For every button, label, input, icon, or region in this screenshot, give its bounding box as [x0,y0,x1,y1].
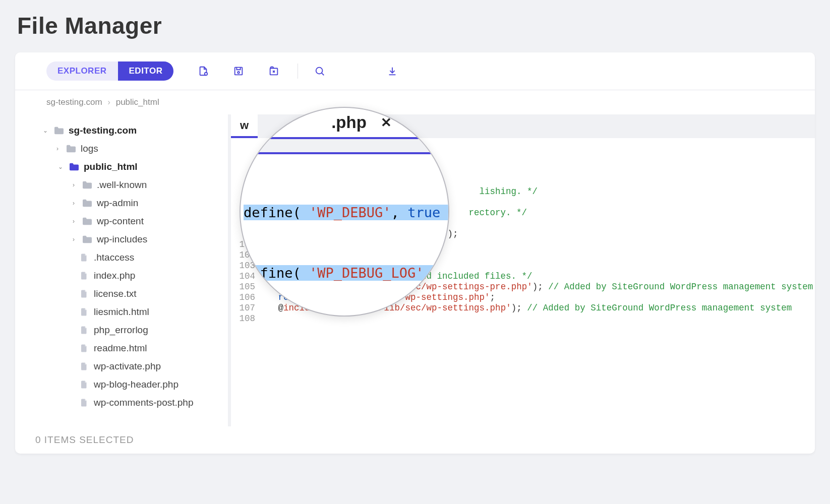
tree-label: index.php [94,270,135,281]
tree-label: .htaccess [94,252,134,263]
tree-label: sg-testing.com [69,125,137,136]
tree-label: public_html [84,161,138,172]
folder-icon [82,235,93,244]
tree-folder-logs[interactable]: › logs [19,140,228,158]
file-icon [79,398,90,407]
line-number: 104 [231,271,262,282]
breadcrumb: sg-testing.com › public_html [15,90,815,114]
toolbar: EXPLORER EDITOR [15,52,815,90]
view-switcher: EXPLORER EDITOR [46,61,173,81]
folder-icon [69,162,80,171]
svg-point-4 [316,68,323,74]
tree-file[interactable]: readme.html [19,339,228,357]
tree-file[interactable]: php_errorlog [19,321,228,339]
editor-tab[interactable]: EDITOR [118,61,174,81]
folder-icon [53,126,65,135]
folder-icon [82,199,93,208]
breadcrumb-root[interactable]: sg-testing.com [46,97,102,107]
breadcrumb-sep: › [107,97,110,107]
tree-file[interactable]: liesmich.html [19,303,228,321]
line-number: 106 [231,292,262,303]
tab-label: w [240,119,249,132]
save-icon[interactable] [233,66,244,77]
breadcrumb-path[interactable]: public_html [116,97,159,107]
file-tab[interactable]: w [231,114,258,138]
status-bar: 0 ITEMS SELECTED [15,426,815,454]
folder-icon [66,144,77,153]
chevron-right-icon: › [70,236,78,243]
search-icon[interactable] [314,66,325,77]
file-icon [79,344,90,353]
tree-file[interactable]: wp-comments-post.php [19,394,228,412]
tree-file[interactable]: wp-blog-header.php [19,375,228,394]
tree-label: wp-includes [97,234,147,245]
tree-folder[interactable]: ›.well-known [19,176,228,194]
line-number: 105 [231,282,262,292]
tree-label: readme.html [94,343,147,354]
tree-label: wp-activate.php [94,361,161,372]
tree-folder-public-html[interactable]: ⌄ public_html [19,158,228,176]
svg-point-2 [238,72,240,74]
tree-label: liesmich.html [94,306,149,318]
tree-file[interactable]: license.txt [19,285,228,303]
chevron-right-icon: › [53,145,62,152]
line-number: 108 [231,313,262,324]
file-icon [79,289,90,298]
download-icon[interactable] [387,66,398,77]
line-number: 107 [231,303,262,313]
tree-label: logs [81,143,98,154]
file-icon [79,380,90,389]
magnifier-overlay: .php ✕ w define( 'WP_DEBUG', true ); def… [240,107,449,317]
chevron-right-icon: › [70,218,78,225]
file-icon [79,253,90,262]
tree-file[interactable]: index.php [19,267,228,285]
tree-label: wp-blog-header.php [94,379,179,390]
tree-label: wp-comments-post.php [94,397,193,408]
chevron-down-icon: ⌄ [41,127,49,134]
file-icon [79,362,90,371]
file-manager-panel: EXPLORER EDITOR sg-testing.com › public_… [15,52,815,454]
tree-label: php_errorlog [94,325,148,336]
tree-root[interactable]: ⌄ sg-testing.com [19,121,228,140]
chevron-right-icon: › [70,200,78,207]
tree-label: .well-known [97,179,147,191]
tree-label: wp-content [97,216,144,227]
file-icon [79,307,90,317]
close-icon: ✕ [381,115,392,131]
magnified-tab-label: .php [331,113,367,132]
tree-folder[interactable]: ›wp-admin [19,194,228,212]
tree-label: wp-admin [97,198,138,209]
folder-icon [82,217,93,226]
tree-file[interactable]: .htaccess [19,248,228,267]
chevron-down-icon: ⌄ [56,163,65,170]
tree-folder[interactable]: ›wp-content [19,212,228,230]
file-icon [79,271,90,280]
tree-label: license.txt [94,288,136,299]
folder-icon [82,180,93,190]
tree-file[interactable]: wp-activate.php [19,357,228,375]
explorer-tab[interactable]: EXPLORER [46,61,118,81]
sidebar-tree: ⌄ sg-testing.com › logs ⌄ public_html ›.… [15,114,231,426]
new-file-icon[interactable] [198,66,209,77]
page-title: File Manager [0,0,830,52]
tree-folder[interactable]: ›wp-includes [19,230,228,248]
close-file-icon[interactable] [268,66,279,77]
file-icon [79,326,90,335]
chevron-right-icon: › [70,181,78,188]
